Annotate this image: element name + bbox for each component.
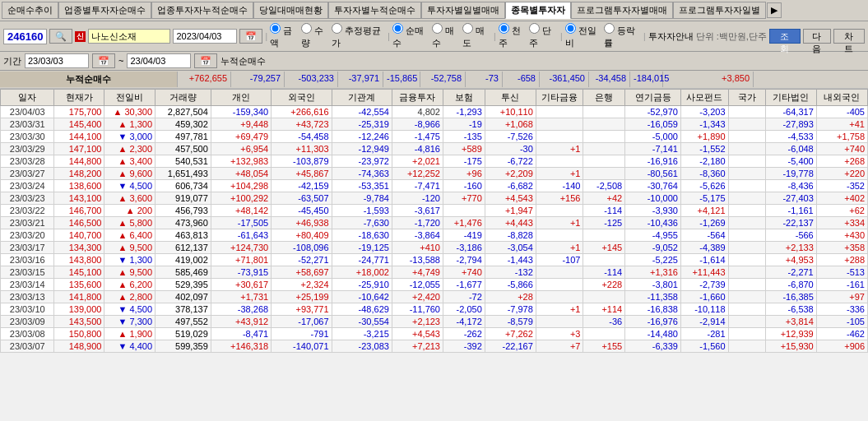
cell-현재가: 134,300 bbox=[54, 242, 104, 254]
col-header-금융투자: 금융투자 bbox=[392, 90, 443, 106]
radio-net[interactable] bbox=[392, 23, 403, 34]
table-row[interactable]: 23/03/10139,000▼ 4,500378,137-38,268+93,… bbox=[1, 303, 868, 316]
nav-btn-투자자별누적순매수[interactable]: 투자자별누적순매수 bbox=[328, 2, 421, 19]
radio-rate[interactable] bbox=[604, 23, 615, 34]
cell-전일비: ▲ 1,300 bbox=[104, 118, 155, 131]
nav-btn-업종별투자자순매수[interactable]: 업종별투자자순매수 bbox=[58, 2, 151, 19]
table-row[interactable]: 23/03/21146,500▲ 5,800473,960-17,505+46,… bbox=[1, 217, 868, 229]
summary-cell-10: -184,015 bbox=[630, 72, 663, 87]
radio-qty-label[interactable]: 수량 bbox=[301, 23, 330, 49]
cell-현재가: 143,100 bbox=[54, 192, 104, 205]
radio-thousand-label[interactable]: 천주 bbox=[499, 23, 527, 49]
end-date-input[interactable] bbox=[127, 53, 191, 68]
table-row[interactable]: 23/03/20140,700▲ 6,400463,813-61,643+80,… bbox=[1, 229, 868, 242]
table-row[interactable]: 23/03/30144,100▼ 3,000497,781+69,479-54,… bbox=[1, 131, 868, 143]
end-date-cal-btn[interactable]: 📅 bbox=[194, 53, 217, 68]
table-row[interactable]: 23/03/22146,700▲ 200456,793+48,142-45,45… bbox=[1, 205, 868, 217]
lookup-btn[interactable]: 조회 bbox=[769, 29, 801, 44]
stock-name-input[interactable] bbox=[88, 29, 170, 44]
calendar-btn[interactable]: 📅 bbox=[239, 29, 262, 44]
nav-btn-순매수추이[interactable]: 순매수추이 bbox=[2, 2, 58, 19]
cell-금융투자: 4,802 bbox=[392, 106, 443, 118]
radio-avg-label[interactable]: 추정평균가 bbox=[332, 23, 385, 49]
cell-사모펀드: -1,343 bbox=[680, 118, 728, 131]
col-header-내외국인: 내외국인 bbox=[816, 90, 867, 106]
radio-buy[interactable] bbox=[432, 23, 443, 34]
col-header-투신: 투신 bbox=[485, 90, 536, 106]
table-row[interactable]: 23/03/08150,800▲ 1,900519,029-8,471-791-… bbox=[1, 328, 868, 340]
cell-기타법인: +12,939 bbox=[765, 328, 816, 340]
radio-buy-label[interactable]: 매수 bbox=[432, 23, 461, 49]
date-input-toolbar[interactable] bbox=[173, 29, 237, 44]
table-row[interactable]: 23/03/14135,600▲ 6,200529,395+30,617+2,3… bbox=[1, 279, 868, 291]
cell-기타금융: +7 bbox=[536, 340, 583, 353]
cell-외국인: +58,697 bbox=[272, 266, 332, 279]
next-btn[interactable]: 다음 bbox=[803, 29, 831, 44]
cell-일자: 23/03/28 bbox=[1, 155, 54, 168]
period-label: 기간 bbox=[3, 55, 21, 67]
radio-rate-label[interactable]: 등락률 bbox=[604, 23, 641, 49]
table-row[interactable]: 23/03/09143,500▼ 7,300497,552+43,912-17,… bbox=[1, 316, 868, 328]
lookup-icon-btn[interactable]: 🔍 bbox=[49, 29, 72, 44]
cell-개인: +132,983 bbox=[211, 155, 271, 168]
table-row[interactable]: 23/03/07148,900▼ 4,400599,359+146,318-14… bbox=[1, 340, 868, 353]
chart-btn[interactable]: 차트 bbox=[833, 29, 865, 44]
cell-개인: +48,054 bbox=[211, 168, 271, 180]
radio-thousand[interactable] bbox=[499, 23, 509, 34]
table-row[interactable]: 23/03/28144,800▲ 3,400540,531+132,983-10… bbox=[1, 155, 868, 168]
table-row[interactable]: 23/03/29147,100▲ 2,300457,500+6,954+11,3… bbox=[1, 143, 868, 155]
cell-은행 bbox=[583, 328, 625, 340]
cell-거래량: 529,395 bbox=[155, 279, 211, 291]
cell-기타금융: +1 bbox=[536, 168, 583, 180]
cell-개인: +6,954 bbox=[211, 143, 271, 155]
cell-기타금융 bbox=[536, 205, 583, 217]
cell-거래량: 473,960 bbox=[155, 217, 211, 229]
start-date-input[interactable] bbox=[25, 53, 89, 68]
cell-전일비: ▼ 3,000 bbox=[104, 131, 155, 143]
cell-일자: 23/03/08 bbox=[1, 328, 54, 340]
cell-외국인: +45,867 bbox=[272, 168, 332, 180]
cell-은행: -114 bbox=[583, 266, 625, 279]
cell-보험 bbox=[443, 205, 485, 217]
table-row[interactable]: 23/03/27148,200▲ 9,6001,651,493+48,054+4… bbox=[1, 168, 868, 180]
cell-기관계: -24,771 bbox=[332, 254, 392, 266]
cell-현재가: 138,600 bbox=[54, 180, 104, 192]
cell-내외국인: -513 bbox=[816, 266, 867, 279]
cell-전일비: ▲ 9,600 bbox=[104, 168, 155, 180]
radio-sell-label[interactable]: 매도 bbox=[462, 23, 491, 49]
cell-기타금융 bbox=[536, 316, 583, 328]
table-row[interactable]: 23/03/15145,100▲ 9,500585,469-73,915+58,… bbox=[1, 266, 868, 279]
table-row[interactable]: 23/04/03175,700▲ 30,3002,827,504-159,340… bbox=[1, 106, 868, 118]
cell-금융투자: -1,720 bbox=[392, 217, 443, 229]
radio-qty[interactable] bbox=[301, 23, 312, 34]
table-row[interactable]: 23/03/13141,800▲ 2,800402,097+1,731+25,1… bbox=[1, 291, 868, 303]
radio-sell[interactable] bbox=[462, 23, 473, 34]
cell-보험: -4,172 bbox=[443, 316, 485, 328]
radio-amount-label[interactable]: 금액 bbox=[270, 23, 299, 49]
table-row[interactable]: 23/03/31145,400▲ 1,300459,302+9,448+43,7… bbox=[1, 118, 868, 131]
radio-single[interactable] bbox=[529, 23, 540, 34]
table-row[interactable]: 23/03/23143,100▲ 3,600919,077+100,292-63… bbox=[1, 192, 868, 205]
radio-amount[interactable] bbox=[270, 23, 281, 34]
nav-btn-프로그램투자자일별[interactable]: 프로그램투자자일별 bbox=[673, 2, 766, 19]
nav-btn-종목별투자자[interactable]: 종목별투자자 bbox=[505, 2, 571, 19]
nav-btn-당일대매매현황[interactable]: 당일대매매현황 bbox=[253, 2, 328, 19]
radio-avg[interactable] bbox=[332, 23, 342, 34]
cell-외국인: -45,450 bbox=[272, 205, 332, 217]
table-row[interactable]: 23/03/24138,600▼ 4,500606,734+104,298-42… bbox=[1, 180, 868, 192]
nav-btn-업종투자자누적순매수[interactable]: 업종투자자누적순매수 bbox=[151, 2, 253, 19]
radio-prev-label[interactable]: 전일비 bbox=[565, 23, 602, 49]
table-row[interactable]: 23/03/17134,300▲ 9,500612,137+124,730-10… bbox=[1, 242, 868, 254]
nav-arrow-right[interactable]: ▶ bbox=[767, 2, 782, 18]
nav-btn-투자자별일별매매[interactable]: 투자자별일별매매 bbox=[421, 2, 505, 19]
radio-single-label[interactable]: 단주 bbox=[529, 23, 558, 49]
start-date-cal-btn[interactable]: 📅 bbox=[92, 53, 115, 68]
cell-외국인: +25,199 bbox=[272, 291, 332, 303]
cell-기타금융 bbox=[536, 279, 583, 291]
nav-btn-프로그램투자자별매매[interactable]: 프로그램투자자별매매 bbox=[571, 2, 673, 19]
radio-prev[interactable] bbox=[565, 23, 576, 34]
cell-국가 bbox=[728, 131, 765, 143]
table-row[interactable]: 23/03/16143,800▼ 1,300419,002+71,801-52,… bbox=[1, 254, 868, 266]
radio-net-label[interactable]: 순매수 bbox=[392, 23, 429, 49]
cell-사모펀드: -1,560 bbox=[680, 340, 728, 353]
